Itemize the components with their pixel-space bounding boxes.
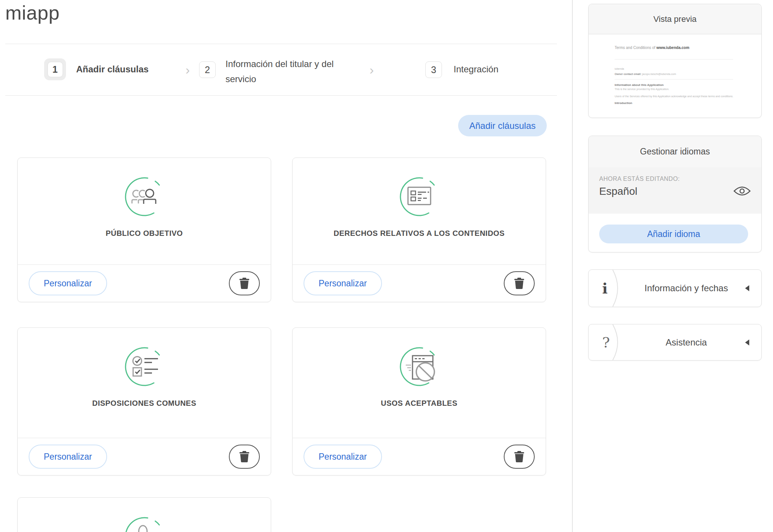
delete-button[interactable] [504,271,535,295]
customize-button[interactable]: Personalizar [304,445,382,469]
preview-panel-title: Vista previa [589,4,761,34]
doc-title-domain: www.iubenda.com [656,46,689,50]
customize-button[interactable]: Personalizar [29,271,107,295]
clause-title: DISPOSICIONES COMUNES [92,399,196,408]
help-icon: ? [602,334,610,351]
app-canvas: miapp 1 Añadir cláusulas › 2 Información… [0,0,773,532]
trash-icon [514,451,524,462]
add-clauses-button[interactable]: Añadir cláusulas [458,115,547,136]
step-3-label[interactable]: Integración [454,64,498,75]
preview-panel: Vista previa Terms and Conditions of www… [588,4,762,118]
clause-card: DERECHOS RELATIVOS A LOS CONTENIDOS Pers… [292,157,546,302]
info-dates-panel[interactable]: i Información y fechas [588,269,762,307]
customize-button[interactable]: Personalizar [304,271,382,295]
acceptable-use-icon [398,345,440,388]
panel-arc [612,324,623,360]
common-provisions-icon [123,345,166,388]
clause-card: USOS ACEPTABLES Personalizar [292,327,546,475]
trash-icon [514,278,524,289]
doc-line2: Users of the Services offered by this Ap… [615,95,733,98]
delete-button[interactable] [504,445,535,469]
doc-owner-email: jacopo.beschi@iubenda.com [642,73,676,75]
current-language: Español [599,185,637,197]
clause-title: USOS ACEPTABLES [381,399,457,408]
header-divider [5,44,557,44]
step-1-number[interactable]: 1 [44,58,66,80]
doc-owner-name: iubenda [615,67,624,70]
assistance-panel[interactable]: ? Asistencia [588,324,762,361]
clause-title: PÚBLICO OBJETIVO [106,229,183,238]
doc-owner-label: Owner contact email: [615,73,641,75]
delete-button[interactable] [229,445,260,469]
chevron-right-icon: › [186,64,190,75]
content-rights-icon [398,176,440,218]
assistance-label: Asistencia [634,324,739,360]
editing-label: AHORA ESTÁS EDITANDO: [599,176,680,182]
audience-icon [123,176,166,218]
doc-section-heading2: Introduction [615,101,632,105]
add-language-button[interactable]: Añadir idioma [599,225,748,243]
sidebar-divider [572,0,573,532]
customize-button[interactable]: Personalizar [29,445,107,469]
eye-icon[interactable] [733,185,751,198]
clause-card-partial [17,497,271,532]
collapse-arrow-icon [745,285,749,291]
languages-panel-title: Gestionar idiomas [589,136,761,168]
step-3-box[interactable]: 3 [425,61,442,78]
delete-button[interactable] [229,271,260,295]
doc-line1: This is the service provided by this App… [615,88,669,90]
page-title: miapp [5,2,60,24]
step-2-box[interactable]: 2 [199,61,216,78]
clause-card: DISPOSICIONES COMUNES Personalizar [17,327,271,475]
chevron-right-icon: › [370,64,374,75]
stepper-divider [5,95,557,96]
collapse-arrow-icon [745,339,749,345]
info-icon: i [602,280,607,297]
info-dates-label: Información y fechas [634,270,739,307]
panel-arc [612,270,623,307]
preview-document: Terms and Conditions of www.iubenda.com … [589,34,761,118]
clause-icon [123,515,166,532]
languages-panel: Gestionar idiomas AHORA ESTÁS EDITANDO: … [588,136,762,252]
trash-icon [239,451,249,462]
step-1-box: 1 [48,62,63,77]
clause-card: PÚBLICO OBJETIVO Personalizar [17,157,271,302]
step-1-label[interactable]: Añadir cláusulas [76,64,149,75]
doc-section-heading: Information about this Application [615,83,664,87]
step-2-label[interactable]: Información del titular y del servicio [225,57,358,87]
clause-title: DERECHOS RELATIVOS A LOS CONTENIDOS [334,229,505,238]
doc-title-prefix: Terms and Conditions of [615,46,655,50]
trash-icon [239,278,249,289]
